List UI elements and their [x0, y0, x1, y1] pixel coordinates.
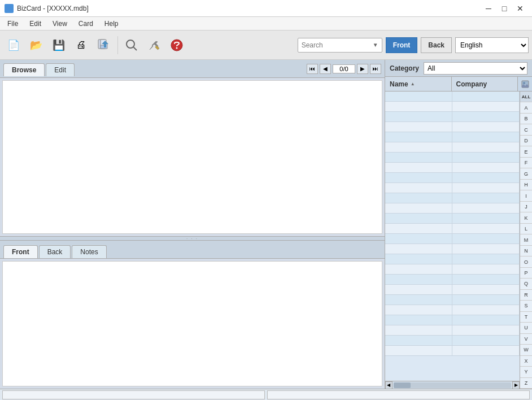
minimize-button[interactable]: ─: [481, 2, 496, 15]
menu-view[interactable]: View: [47, 18, 72, 29]
table-row[interactable]: [385, 264, 520, 275]
table-row[interactable]: [385, 132, 520, 142]
alpha-btn-all[interactable]: ALL: [520, 92, 532, 102]
table-row[interactable]: [385, 244, 520, 254]
category-label: Category: [390, 64, 419, 72]
table-area[interactable]: [385, 92, 520, 381]
table-row[interactable]: [385, 346, 520, 356]
alpha-btn-d[interactable]: D: [520, 136, 532, 146]
table-row[interactable]: [385, 305, 520, 315]
table-row[interactable]: [385, 102, 520, 112]
alpha-btn-x[interactable]: X: [520, 356, 532, 367]
tab-back[interactable]: Back: [39, 245, 71, 258]
row-name-cell: [385, 92, 452, 101]
alpha-btn-f[interactable]: F: [520, 158, 532, 168]
nav-first[interactable]: ⏮: [307, 64, 318, 74]
search-button[interactable]: [121, 35, 142, 55]
close-button[interactable]: ✕: [513, 2, 527, 15]
hscroll-left-btn[interactable]: ◀: [385, 381, 393, 389]
category-select[interactable]: All Business Personal Family: [424, 62, 527, 75]
alpha-btn-q[interactable]: Q: [520, 279, 532, 289]
alpha-btn-l[interactable]: L: [520, 224, 532, 234]
table-row[interactable]: [385, 295, 520, 305]
alpha-btn-y[interactable]: Y: [520, 367, 532, 377]
alpha-btn-c[interactable]: C: [520, 124, 532, 135]
search-dropdown-icon[interactable]: ▼: [373, 42, 378, 48]
table-row[interactable]: [385, 224, 520, 234]
help-button[interactable]: [167, 35, 187, 55]
title-bar: BizCard - [XXXXX.mdb] ─ □ ✕: [0, 0, 532, 17]
alpha-btn-h[interactable]: H: [520, 180, 532, 190]
alpha-btn-t[interactable]: T: [520, 312, 532, 323]
row-name-cell: [385, 102, 452, 111]
search-input[interactable]: [302, 41, 370, 49]
table-row[interactable]: [385, 254, 520, 264]
alpha-btn-k[interactable]: K: [520, 212, 532, 223]
export-button[interactable]: [94, 35, 114, 55]
alpha-btn-j[interactable]: J: [520, 202, 532, 212]
table-row[interactable]: [385, 122, 520, 132]
alpha-btn-m[interactable]: M: [520, 234, 532, 245]
table-row[interactable]: [385, 183, 520, 193]
hscroll-thumb[interactable]: [394, 382, 411, 388]
svg-point-3: [127, 40, 134, 48]
table-row[interactable]: [385, 234, 520, 244]
nav-prev[interactable]: ◀: [320, 64, 331, 74]
tab-front[interactable]: Front: [3, 245, 38, 258]
print-button[interactable]: 🖨: [71, 35, 91, 55]
alpha-btn-b[interactable]: B: [520, 114, 532, 124]
nav-next[interactable]: ▶: [357, 64, 368, 74]
horizontal-scrollbar[interactable]: ◀ ▶: [385, 381, 520, 389]
table-row[interactable]: [385, 285, 520, 295]
search-box[interactable]: ▼: [298, 38, 382, 53]
alpha-btn-n[interactable]: N: [520, 246, 532, 256]
table-row[interactable]: [385, 275, 520, 285]
row-name-cell: [385, 153, 452, 162]
menu-help[interactable]: Help: [99, 18, 124, 29]
table-row[interactable]: [385, 325, 520, 336]
maximize-button[interactable]: □: [497, 2, 512, 15]
row-company-cell: [452, 336, 520, 345]
resize-handle[interactable]: · · ·: [0, 236, 385, 241]
row-company-cell: [452, 285, 520, 294]
menu-card[interactable]: Card: [73, 18, 98, 29]
front-view-button[interactable]: Front: [386, 37, 418, 53]
alpha-btn-a[interactable]: A: [520, 102, 532, 113]
new-button[interactable]: 📄: [3, 35, 24, 55]
open-button[interactable]: 📂: [26, 35, 46, 55]
nav-last[interactable]: ⏭: [370, 64, 381, 74]
table-row[interactable]: [385, 163, 520, 173]
menu-file[interactable]: File: [2, 18, 23, 29]
table-row[interactable]: [385, 173, 520, 183]
alpha-btn-i[interactable]: I: [520, 190, 532, 201]
tools-button[interactable]: [144, 35, 164, 55]
table-row[interactable]: [385, 203, 520, 214]
alpha-btn-w[interactable]: W: [520, 345, 532, 355]
tab-browse[interactable]: Browse: [3, 63, 45, 76]
hscroll-right-btn[interactable]: ▶: [512, 381, 520, 389]
alpha-btn-e[interactable]: E: [520, 146, 532, 157]
save-button[interactable]: 💾: [49, 35, 69, 55]
tab-notes[interactable]: Notes: [72, 245, 106, 258]
alpha-btn-g[interactable]: G: [520, 168, 532, 179]
alpha-btn-o[interactable]: O: [520, 256, 532, 267]
table-row[interactable]: [385, 193, 520, 203]
alpha-btn-s[interactable]: S: [520, 301, 532, 311]
table-row[interactable]: [385, 315, 520, 325]
tab-edit[interactable]: Edit: [46, 63, 75, 76]
table-row[interactable]: [385, 142, 520, 153]
menu-edit[interactable]: Edit: [24, 18, 46, 29]
table-row[interactable]: [385, 153, 520, 163]
table-row[interactable]: [385, 112, 520, 122]
table-row[interactable]: [385, 92, 520, 102]
alpha-btn-v[interactable]: V: [520, 334, 532, 345]
alpha-btn-u[interactable]: U: [520, 323, 532, 333]
alpha-btn-p[interactable]: P: [520, 268, 532, 279]
hscroll-track[interactable]: [394, 382, 512, 388]
language-select[interactable]: English Japanese French German: [455, 37, 529, 53]
table-row[interactable]: [385, 214, 520, 224]
table-row[interactable]: [385, 336, 520, 346]
alpha-btn-z[interactable]: Z: [520, 378, 532, 389]
back-view-button[interactable]: Back: [421, 37, 452, 53]
alpha-btn-r[interactable]: R: [520, 290, 532, 301]
